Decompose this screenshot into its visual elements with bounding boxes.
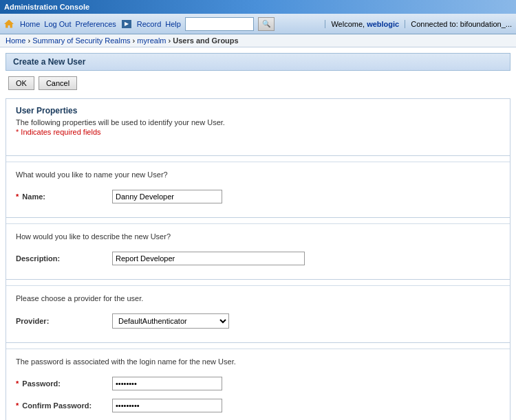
toolbar-left: Home Log Out Preferences ▶ Record Help 🔍 [4, 17, 275, 31]
provider-section-inner: Please choose a provider for the user. P… [6, 286, 510, 337]
password-required-star: * [16, 379, 19, 388]
welcome-username: weblogic [367, 20, 399, 28]
password-section: The password is associated with the logi… [6, 349, 510, 420]
search-input[interactable] [185, 17, 254, 31]
home-link[interactable]: Home [20, 20, 40, 28]
provider-label: Provider: [16, 317, 112, 325]
preferences-link[interactable]: Preferences [75, 20, 116, 28]
provider-row: Provider: DefaultAuthenticator [16, 309, 500, 333]
name-label: * Name: [16, 192, 112, 201]
connected-text: Connected to: bifoundation_... [405, 20, 512, 28]
description-section-inner: How would you like to describe the new U… [6, 224, 510, 274]
search-button[interactable]: 🔍 [258, 17, 275, 31]
record-icon: ▶ [122, 20, 131, 28]
description-input[interactable] [112, 252, 305, 265]
page-title: Create a New User [6, 53, 510, 71]
name-input[interactable] [112, 190, 222, 203]
password-question: The password is associated with the logi… [16, 353, 500, 367]
app-title: Administration Console [4, 3, 89, 11]
title-bar: Administration Console [0, 0, 516, 14]
breadcrumb: Home › Summary of Security Realms › myre… [0, 34, 516, 47]
description-section: How would you like to describe the new U… [6, 223, 510, 274]
record-link[interactable]: Record [137, 20, 161, 28]
required-note: * Indicates required fields [16, 128, 500, 136]
help-link[interactable]: Help [165, 20, 181, 28]
description-question: How would you like to describe the new U… [16, 228, 500, 242]
confirm-password-input[interactable] [112, 399, 222, 412]
description-row: Description: [16, 247, 500, 269]
breadcrumb-home[interactable]: Home [6, 36, 25, 45]
confirm-password-row: * Confirm Password: [16, 395, 500, 417]
name-section-inner: What would you like to name your new Use… [6, 162, 510, 212]
home-icon [4, 20, 14, 28]
user-properties-section: User Properties The following properties… [6, 99, 510, 150]
ok-button-top[interactable]: OK [8, 76, 34, 90]
password-row: * Password: [16, 373, 500, 395]
password-section-inner: The password is associated with the logi… [6, 349, 510, 420]
user-properties-title: User Properties [16, 106, 500, 115]
cancel-button-top[interactable]: Cancel [39, 76, 77, 90]
top-button-row: OK Cancel [6, 76, 510, 90]
logout-link[interactable]: Log Out [44, 20, 71, 28]
breadcrumb-summary[interactable]: Summary of Security Realms [32, 36, 130, 45]
welcome-text: Welcome, weblogic [325, 20, 399, 28]
breadcrumb-current: Users and Groups [173, 36, 238, 45]
form-panel: User Properties The following properties… [6, 98, 510, 420]
confirm-password-label: * Confirm Password: [16, 401, 112, 410]
confirm-required-star: * [16, 401, 19, 410]
name-required-star: * [16, 192, 19, 201]
toolbar-right: Welcome, weblogic Connected to: bifounda… [325, 20, 512, 28]
name-row: * Name: [16, 186, 500, 208]
provider-section: Please choose a provider for the user. P… [6, 285, 510, 337]
toolbar: Home Log Out Preferences ▶ Record Help 🔍… [0, 14, 516, 34]
user-properties-desc: The following properties will be used to… [16, 118, 500, 126]
password-input[interactable] [112, 377, 222, 390]
password-label: * Password: [16, 379, 112, 388]
provider-question: Please choose a provider for the user. [16, 290, 500, 304]
description-label: Description: [16, 254, 112, 263]
main-content: Create a New User OK Cancel User Propert… [0, 47, 516, 420]
name-question: What would you like to name your new Use… [16, 166, 500, 180]
breadcrumb-realm[interactable]: myrealm [137, 36, 166, 45]
provider-select[interactable]: DefaultAuthenticator [112, 313, 229, 329]
name-section: What would you like to name your new Use… [6, 162, 510, 212]
